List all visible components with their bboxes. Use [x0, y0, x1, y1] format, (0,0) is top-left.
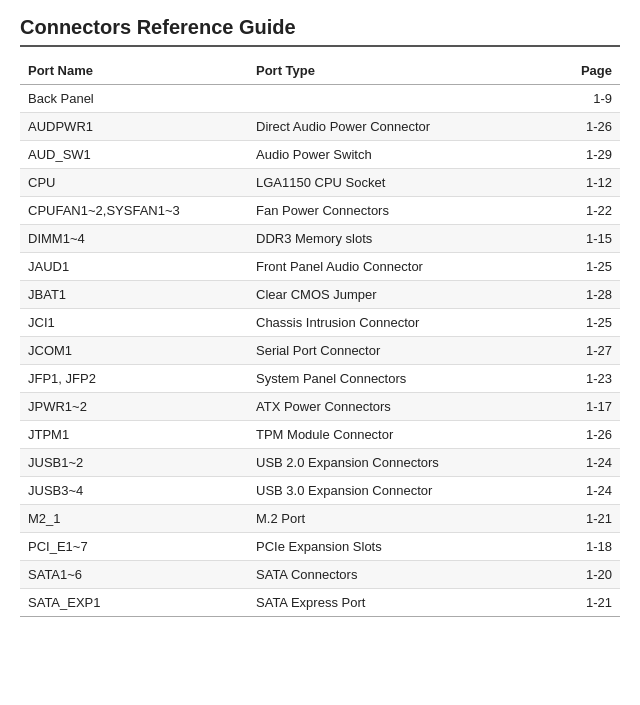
cell-port-type: Front Panel Audio Connector: [248, 253, 524, 281]
cell-port-type: PCIe Expansion Slots: [248, 533, 524, 561]
cell-port-type: DDR3 Memory slots: [248, 225, 524, 253]
cell-port-type: M.2 Port: [248, 505, 524, 533]
table-row: PCI_E1~7PCIe Expansion Slots1-18: [20, 533, 620, 561]
table-row: JFP1, JFP2System Panel Connectors1-23: [20, 365, 620, 393]
cell-page: 1-24: [524, 477, 620, 505]
cell-page: 1-27: [524, 337, 620, 365]
cell-port-name: Back Panel: [20, 85, 248, 113]
table-row: JUSB1~2USB 2.0 Expansion Connectors1-24: [20, 449, 620, 477]
table-row: AUDPWR1Direct Audio Power Connector1-26: [20, 113, 620, 141]
table-header-row: Port Name Port Type Page: [20, 57, 620, 85]
connectors-table: Port Name Port Type Page Back Panel1-9AU…: [20, 57, 620, 617]
cell-page: 1-24: [524, 449, 620, 477]
cell-port-type: Direct Audio Power Connector: [248, 113, 524, 141]
col-header-page: Page: [524, 57, 620, 85]
cell-page: 1-12: [524, 169, 620, 197]
cell-port-type: SATA Connectors: [248, 561, 524, 589]
cell-page: 1-17: [524, 393, 620, 421]
cell-port-name: JUSB3~4: [20, 477, 248, 505]
cell-port-name: M2_1: [20, 505, 248, 533]
cell-page: 1-9: [524, 85, 620, 113]
cell-page: 1-23: [524, 365, 620, 393]
cell-port-type: SATA Express Port: [248, 589, 524, 617]
cell-port-name: JFP1, JFP2: [20, 365, 248, 393]
table-row: CPUFAN1~2,SYSFAN1~3Fan Power Connectors1…: [20, 197, 620, 225]
cell-port-type: Serial Port Connector: [248, 337, 524, 365]
table-row: M2_1M.2 Port1-21: [20, 505, 620, 533]
cell-page: 1-26: [524, 421, 620, 449]
cell-port-type: TPM Module Connector: [248, 421, 524, 449]
cell-port-name: JTPM1: [20, 421, 248, 449]
cell-port-name: SATA1~6: [20, 561, 248, 589]
table-row: DIMM1~4DDR3 Memory slots1-15: [20, 225, 620, 253]
cell-port-type: System Panel Connectors: [248, 365, 524, 393]
table-row: JUSB3~4USB 3.0 Expansion Connector1-24: [20, 477, 620, 505]
col-header-port-name: Port Name: [20, 57, 248, 85]
cell-port-type: USB 2.0 Expansion Connectors: [248, 449, 524, 477]
table-row: AUD_SW1Audio Power Switch1-29: [20, 141, 620, 169]
table-row: CPULGA1150 CPU Socket1-12: [20, 169, 620, 197]
cell-port-name: SATA_EXP1: [20, 589, 248, 617]
page-title: Connectors Reference Guide: [20, 16, 620, 47]
cell-port-name: PCI_E1~7: [20, 533, 248, 561]
cell-page: 1-21: [524, 589, 620, 617]
cell-page: 1-25: [524, 309, 620, 337]
cell-port-name: JPWR1~2: [20, 393, 248, 421]
table-row: SATA1~6SATA Connectors1-20: [20, 561, 620, 589]
cell-port-name: CPUFAN1~2,SYSFAN1~3: [20, 197, 248, 225]
cell-page: 1-15: [524, 225, 620, 253]
table-row: JPWR1~2ATX Power Connectors1-17: [20, 393, 620, 421]
col-header-port-type: Port Type: [248, 57, 524, 85]
cell-port-type: [248, 85, 524, 113]
cell-page: 1-29: [524, 141, 620, 169]
cell-port-name: JAUD1: [20, 253, 248, 281]
cell-port-name: JUSB1~2: [20, 449, 248, 477]
table-row: JTPM1TPM Module Connector1-26: [20, 421, 620, 449]
cell-page: 1-21: [524, 505, 620, 533]
cell-port-type: Clear CMOS Jumper: [248, 281, 524, 309]
cell-port-type: USB 3.0 Expansion Connector: [248, 477, 524, 505]
table-row: Back Panel1-9: [20, 85, 620, 113]
cell-port-name: DIMM1~4: [20, 225, 248, 253]
cell-port-type: LGA1150 CPU Socket: [248, 169, 524, 197]
cell-port-type: Audio Power Switch: [248, 141, 524, 169]
table-row: JAUD1Front Panel Audio Connector1-25: [20, 253, 620, 281]
cell-port-type: ATX Power Connectors: [248, 393, 524, 421]
cell-page: 1-22: [524, 197, 620, 225]
table-row: JCOM1Serial Port Connector1-27: [20, 337, 620, 365]
cell-port-type: Fan Power Connectors: [248, 197, 524, 225]
cell-port-name: AUDPWR1: [20, 113, 248, 141]
table-row: JBAT1Clear CMOS Jumper1-28: [20, 281, 620, 309]
cell-port-type: Chassis Intrusion Connector: [248, 309, 524, 337]
cell-page: 1-18: [524, 533, 620, 561]
cell-port-name: JCI1: [20, 309, 248, 337]
cell-port-name: JBAT1: [20, 281, 248, 309]
cell-page: 1-26: [524, 113, 620, 141]
cell-page: 1-20: [524, 561, 620, 589]
cell-port-name: CPU: [20, 169, 248, 197]
table-row: JCI1Chassis Intrusion Connector1-25: [20, 309, 620, 337]
cell-page: 1-28: [524, 281, 620, 309]
cell-page: 1-25: [524, 253, 620, 281]
table-row: SATA_EXP1SATA Express Port1-21: [20, 589, 620, 617]
cell-port-name: AUD_SW1: [20, 141, 248, 169]
cell-port-name: JCOM1: [20, 337, 248, 365]
